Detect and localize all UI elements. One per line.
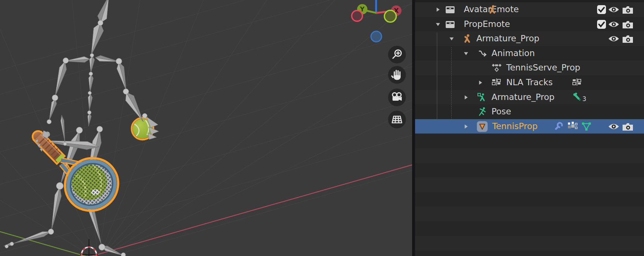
nla-icon [572,77,583,88]
bone-joint[interactable] [90,53,94,57]
collection-icon [445,19,456,30]
blender-window: Y X [0,0,644,256]
panel-divider[interactable] [412,0,415,256]
camera-toggle[interactable] [622,20,634,29]
camera-toggle[interactable] [622,34,634,44]
armature-orange-icon [462,33,473,44]
collection-icon [445,4,456,15]
bone[interactable] [12,232,51,244]
viewport-zoom-button[interactable] [388,46,406,63]
bone-joint[interactable] [5,245,8,248]
bone-joint[interactable] [10,242,14,246]
outliner-row-tennisserve-prop[interactable]: TennisServe_Prop [415,60,644,75]
bone-joint[interactable] [47,120,51,124]
gizmo-neg-z-ball[interactable] [371,31,382,42]
hand-bone[interactable] [40,148,43,152]
chevron-right-icon[interactable] [435,7,441,13]
outliner-row-propemote[interactable]: PropEmote [415,17,644,32]
chevron-right-icon[interactable] [477,80,483,86]
outliner-row-animation[interactable]: Animation [415,46,644,61]
bone-joint[interactable] [88,111,91,114]
bone[interactable] [126,92,143,122]
camera-toggle[interactable] [622,5,634,14]
outliner-item-label[interactable]: NLA Tracks [506,75,553,90]
viewport-pan-button[interactable] [388,66,406,84]
bone-joint[interactable] [89,72,93,76]
mesh-active-icon [477,121,488,132]
hierarchy-line-dashed [451,47,452,120]
armature-orange-icon [487,4,498,15]
viewport-perspective-button[interactable] [388,111,406,128]
outliner-item-label[interactable]: Pose [491,104,511,119]
outliner-panel: AvatarEmotePropEmoteArmature_PropAnimati… [415,0,644,256]
modifier-squares-icon[interactable] [567,121,578,132]
bone-joint[interactable] [97,126,103,132]
animation-icon [477,48,488,59]
bone-joint[interactable] [98,20,103,25]
outliner-row-nla-tracks[interactable]: NLA Tracks [415,75,644,90]
bone-joint[interactable] [143,114,147,118]
outliner-row-tennisprop[interactable]: TennisProp [415,119,644,134]
eye-toggle[interactable] [608,20,620,29]
bone-joint[interactable] [64,142,67,146]
bone-joint[interactable] [76,127,83,134]
eye-toggle[interactable] [608,5,620,14]
outliner-item-label[interactable]: Animation [491,46,535,61]
viewport-grid [0,0,412,256]
bone-joint[interactable] [52,95,58,101]
pose-green-icon [477,106,488,117]
mesh-data-triangle-icon[interactable] [581,121,592,132]
gizmo-neg-y-ball[interactable] [384,10,396,22]
gizmo-neg-x-ball[interactable] [352,11,363,21]
armature-data-green-icon [477,92,488,103]
bone-joint[interactable] [63,58,69,63]
3d-viewport[interactable]: Y X [0,0,412,256]
bone-joint[interactable] [48,229,54,235]
bone-joint[interactable] [56,183,64,190]
outliner-item-label[interactable]: TennisProp [492,119,538,134]
eye-toggle[interactable] [608,122,620,131]
bone-joint[interactable] [121,253,126,256]
y-axis-line [0,232,95,256]
bone-joint[interactable] [99,244,105,250]
hierarchy-line [437,32,437,120]
chevron-right-icon[interactable] [463,94,469,100]
bone-count-badge: 3 [582,95,586,103]
nla-icon [491,77,502,88]
chevron-right-icon[interactable] [463,124,469,129]
outliner-row-avataremote[interactable]: AvatarEmote [415,2,644,17]
action-icon [491,62,502,73]
outliner-row-armature-prop[interactable]: Armature_Prop [415,31,644,46]
checkbox-toggle[interactable] [596,5,607,14]
wrench-icon[interactable] [553,121,564,132]
bone-joint[interactable] [123,89,129,94]
x-axis-line [70,165,412,256]
viewport-nav-buttons [388,46,406,128]
outliner-item-label[interactable]: TennisServe_Prop [506,60,580,75]
outliner-item-label[interactable]: PropEmote [464,17,510,32]
chevron-down-icon[interactable] [435,21,441,27]
checkbox-toggle[interactable] [596,20,607,29]
bone-joint[interactable] [116,58,122,64]
outliner-row-armature-prop[interactable]: Armature_Prop3 [415,90,644,105]
armature-skeleton[interactable] [4,0,126,256]
bone-joint[interactable] [88,91,92,95]
bone-green-icon [572,92,583,103]
outliner-item-label[interactable]: Armature_Prop [476,31,539,46]
chevron-down-icon[interactable] [463,51,469,56]
axis-gizmo[interactable]: Y X [352,0,402,42]
eye-toggle[interactable] [608,34,620,44]
chevron-down-icon[interactable] [449,36,455,42]
viewport-camera-button[interactable] [388,89,406,106]
camera-toggle[interactable] [622,122,634,131]
outliner-item-label[interactable]: Armature_Prop [491,90,555,105]
outliner-row-pose[interactable]: Pose [415,104,644,119]
